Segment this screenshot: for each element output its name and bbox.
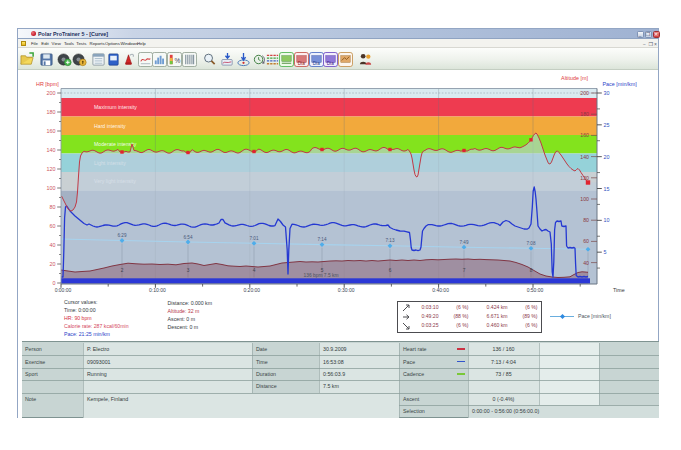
- hr-lap-marker: [120, 150, 123, 153]
- altitude-tick-label: 200: [580, 90, 589, 96]
- pace-tick-label: 30: [604, 90, 610, 96]
- time-tick-label: 0:10:00: [149, 287, 166, 293]
- hr-tick-label: 40: [50, 242, 56, 248]
- lap-number: 3: [187, 268, 190, 273]
- altitude-tick-label: 100: [580, 196, 589, 202]
- lap-split-label: 7:49: [460, 240, 469, 245]
- altitude-tick-label: 160: [580, 132, 589, 138]
- lap-split-label: 7:14: [318, 237, 327, 242]
- hr-lap-marker: [462, 149, 465, 152]
- hr-tick-label: 80: [50, 204, 56, 210]
- hr-lap-marker: [529, 138, 532, 141]
- time-tick-label: 0:40:00: [432, 287, 449, 293]
- lap-number: 8: [530, 268, 533, 273]
- hr-lap-marker: [388, 148, 391, 151]
- altitude-axis-title: Altitude [m]: [561, 75, 588, 81]
- altitude-tick-label: 60: [583, 238, 589, 244]
- hr-lap-marker: [186, 151, 189, 154]
- pace-tick-label: 5: [604, 249, 607, 255]
- screenshot-root: Polar ProTrainer 5 - [Curve] _ ❐ ✕ FileE…: [0, 0, 681, 450]
- lap-split-label: 7:08: [527, 241, 536, 246]
- client-area: Cursor values:Time: 0:00:00HR: 90 bpmCal…: [18, 70, 658, 418]
- hr-tick-label: 20: [50, 261, 56, 267]
- hr-tick-label: 100: [47, 185, 56, 191]
- time-axis-title: Time: [613, 287, 625, 293]
- zone-band: [61, 98, 597, 117]
- time-tick-label: 0:30:00: [338, 287, 355, 293]
- pace-tick-label: 25: [604, 122, 610, 128]
- hr-tick-label: 0: [53, 280, 56, 286]
- altitude-tick-label: 40: [583, 260, 589, 266]
- hr-end-marker: [586, 180, 590, 184]
- time-tick-label: 0:50:00: [527, 287, 544, 293]
- lap-split-label: 7:13: [386, 238, 395, 243]
- hr-axis-title: HR [bpm]: [36, 81, 59, 87]
- lap-split-label: 7:01: [250, 236, 259, 241]
- zone-label: Moderate intensity: [94, 141, 137, 147]
- zone-label: Hard intensity: [94, 123, 126, 129]
- hr-lap-marker: [320, 148, 323, 151]
- lap-split-label: 6:29: [118, 233, 127, 238]
- lap-number: 7: [463, 268, 466, 273]
- selection-bar[interactable]: [61, 278, 590, 283]
- time-tick-label: 0:00:00: [55, 287, 72, 293]
- pace-axis-title: Pace [min/km]: [603, 81, 638, 87]
- time-tick-label: 0:20:00: [243, 287, 260, 293]
- hr-tick-label: 120: [47, 166, 56, 172]
- altitude-tick-label: 140: [580, 154, 589, 160]
- hr-tick-label: 180: [47, 109, 56, 115]
- lap-split-label: 6:54: [184, 235, 193, 240]
- altitude-tick-label: 120: [580, 175, 589, 181]
- chart-annotation: 136 bpm 7.5 km: [303, 273, 338, 278]
- pace-tick-label: 15: [604, 186, 610, 192]
- lap-number: 4: [253, 268, 256, 273]
- lap-number: 6: [389, 268, 392, 273]
- altitude-tick-label: 80: [583, 217, 589, 223]
- app-window: Polar ProTrainer 5 - [Curve] _ ❐ ✕ FileE…: [17, 28, 659, 418]
- zone-label: Maximum intensity: [94, 104, 137, 110]
- hr-tick-label: 200: [47, 90, 56, 96]
- hr-tick-label: 160: [47, 128, 56, 134]
- pace-tick-label: 10: [604, 217, 610, 223]
- altitude-tick-label: 180: [580, 111, 589, 117]
- zone-band: [61, 117, 597, 136]
- hr-tick-label: 140: [47, 147, 56, 153]
- pace-tick-label: 20: [604, 154, 610, 160]
- hr-lap-marker: [252, 150, 255, 153]
- exercise-curve-chart[interactable]: Maximum intensityHard intensityModerate …: [0, 0, 681, 450]
- hr-tick-label: 60: [50, 223, 56, 229]
- lap-number: 2: [121, 268, 124, 273]
